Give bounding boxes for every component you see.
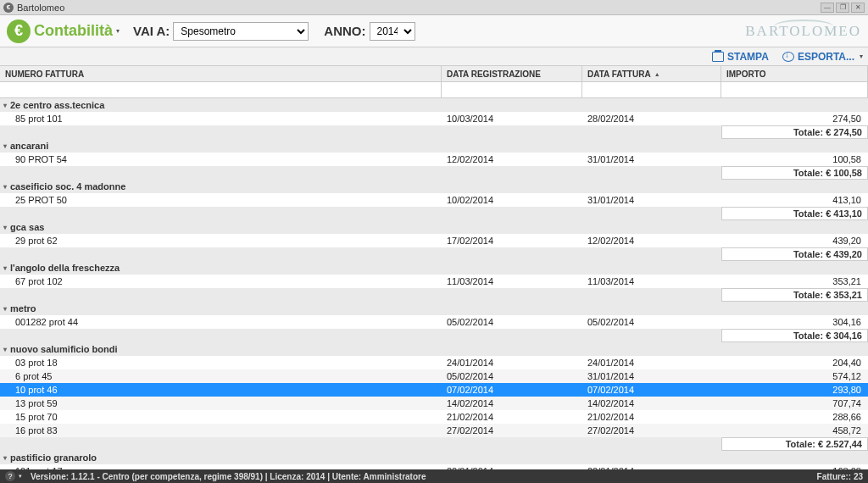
section-dropdown-icon[interactable]: ▾ xyxy=(116,27,120,35)
col-data-fat[interactable]: DATA FATTURA xyxy=(582,66,721,81)
cell-data-fat: 31/01/2014 xyxy=(582,154,721,164)
print-label: STAMPA xyxy=(727,51,769,63)
table-row[interactable]: 6 prot 4505/02/201431/01/2014574,12 xyxy=(0,369,868,383)
group-header[interactable]: ▾ancarani xyxy=(0,139,868,153)
group-total: Totale: € 413,10 xyxy=(721,207,868,220)
cell-importo: 288,66 xyxy=(721,412,868,422)
export-button[interactable]: ESPORTA... xyxy=(782,51,854,63)
cell-numero: 13 prot 59 xyxy=(0,398,442,408)
export-label: ESPORTA... xyxy=(798,51,854,63)
cell-data-reg: 17/02/2014 xyxy=(442,236,582,246)
group-total-row: Totale: € 100,58 xyxy=(0,166,868,180)
print-icon xyxy=(712,52,724,62)
col-data-reg[interactable]: DATA REGISTRAZIONE xyxy=(442,66,582,81)
filter-data-fat[interactable] xyxy=(582,82,721,97)
group-total-row: Totale: € 2.527,44 xyxy=(0,437,868,451)
goto-label: VAI A: xyxy=(133,24,170,38)
section-title: Contabilità xyxy=(34,22,113,40)
cell-numero: 03 prot 18 xyxy=(0,358,442,368)
cell-data-reg: 24/01/2014 xyxy=(442,358,582,368)
maximize-button[interactable]: ❐ xyxy=(836,3,849,13)
group-total: Totale: € 304,16 xyxy=(721,329,868,342)
cell-data-reg: 05/02/2014 xyxy=(442,371,582,381)
table-row[interactable]: 85 prot 10110/03/201428/02/2014274,50 xyxy=(0,112,868,125)
collapse-icon[interactable]: ▾ xyxy=(3,142,7,150)
cell-data-fat: 07/02/2014 xyxy=(582,385,721,395)
goto-select[interactable]: Spesometro xyxy=(173,22,309,41)
filter-importo[interactable] xyxy=(721,82,868,97)
filter-numero[interactable] xyxy=(0,82,442,97)
year-label: ANNO: xyxy=(324,24,365,38)
group-header[interactable]: ▾2e centro ass.tecnica xyxy=(0,98,868,112)
group-header[interactable]: ▾nuovo salumificio bondi xyxy=(0,342,868,356)
cell-numero: 15 prot 70 xyxy=(0,412,442,422)
cell-importo: 439,20 xyxy=(721,236,868,246)
cell-numero: 6 prot 45 xyxy=(0,371,442,381)
cell-data-fat: 14/02/2014 xyxy=(582,398,721,408)
table-row[interactable]: 03 prot 1824/01/201424/01/2014204,40 xyxy=(0,356,868,369)
group-header[interactable]: ▾gca sas xyxy=(0,220,868,234)
action-bar: STAMPA ESPORTA... ▾ xyxy=(0,47,868,66)
collapse-icon[interactable]: ▾ xyxy=(3,224,7,231)
table-row[interactable]: 16 prot 8327/02/201427/02/2014458,72 xyxy=(0,424,868,437)
cell-data-reg: 10/02/2014 xyxy=(442,195,582,205)
cell-data-reg: 05/02/2014 xyxy=(442,317,582,327)
group-header[interactable]: ▾caseificio soc. 4 madonne xyxy=(0,180,868,193)
col-importo[interactable]: IMPORTO xyxy=(721,66,868,81)
group-header[interactable]: ▾metro xyxy=(0,302,868,315)
col-numero[interactable]: NUMERO FATTURA xyxy=(0,66,442,81)
cell-data-fat: 28/02/2014 xyxy=(582,114,721,124)
cell-importo: 574,12 xyxy=(721,371,868,381)
table-row[interactable]: 10 prot 4607/02/201407/02/2014293,80 xyxy=(0,383,868,397)
export-dropdown-icon[interactable]: ▾ xyxy=(860,53,863,60)
collapse-icon[interactable]: ▾ xyxy=(3,346,7,353)
table-row[interactable]: 90 PROT 5412/02/201431/01/2014100,58 xyxy=(0,153,868,166)
table-row[interactable]: 13 prot 5914/02/201414/02/2014707,74 xyxy=(0,397,868,410)
cell-data-reg: 14/02/2014 xyxy=(442,398,582,408)
group-header[interactable]: ▾pastificio granarolo xyxy=(0,451,868,464)
cell-data-reg: 27/02/2014 xyxy=(442,425,582,436)
cell-importo: 100,58 xyxy=(721,154,868,164)
filter-row xyxy=(0,82,868,98)
table-row[interactable]: 29 prot 6217/02/201412/02/2014439,20 xyxy=(0,234,868,247)
close-button[interactable]: ✕ xyxy=(851,3,865,13)
help-icon[interactable]: ? xyxy=(5,471,15,481)
cell-numero: 90 PROT 54 xyxy=(0,154,442,164)
year-select[interactable]: 2014 xyxy=(370,22,415,41)
cell-importo: 274,50 xyxy=(721,114,868,124)
window-title: Bartolomeo xyxy=(17,3,821,13)
group-total-row: Totale: € 439,20 xyxy=(0,247,868,261)
collapse-icon[interactable]: ▾ xyxy=(3,264,7,272)
group-total: Totale: € 274,50 xyxy=(721,125,868,139)
collapse-icon[interactable]: ▾ xyxy=(3,183,7,191)
print-button[interactable]: STAMPA xyxy=(712,51,769,63)
group-total: Totale: € 439,20 xyxy=(721,247,868,261)
cell-data-fat: 21/02/2014 xyxy=(582,412,721,422)
euro-logo-icon: € xyxy=(7,19,31,43)
group-total-row: Totale: € 304,16 xyxy=(0,329,868,342)
cell-data-fat: 24/01/2014 xyxy=(582,358,721,368)
status-caret-icon[interactable]: ▾ xyxy=(19,473,22,480)
group-header[interactable]: ▾l'angolo della freschezza xyxy=(0,261,868,275)
table-row[interactable]: 15 prot 7021/02/201421/02/2014288,66 xyxy=(0,410,868,424)
cell-importo: 293,80 xyxy=(721,385,868,395)
collapse-icon[interactable]: ▾ xyxy=(3,454,7,462)
collapse-icon[interactable]: ▾ xyxy=(3,305,7,313)
table-row[interactable]: 67 prot 10211/03/201411/03/2014353,21 xyxy=(0,275,868,288)
table-row[interactable]: 001282 prot 4405/02/201405/02/2014304,16 xyxy=(0,315,868,329)
table-row[interactable]: 25 PROT 5010/02/201431/01/2014413,10 xyxy=(0,193,868,207)
group-total: Totale: € 2.527,44 xyxy=(721,437,868,451)
group-total-row: Totale: € 413,10 xyxy=(0,207,868,220)
collapse-icon[interactable]: ▾ xyxy=(3,102,7,109)
minimize-button[interactable]: — xyxy=(821,3,834,13)
table-body[interactable]: ▾2e centro ass.tecnica85 prot 10110/03/2… xyxy=(0,98,868,483)
cell-numero: 85 prot 101 xyxy=(0,114,442,124)
group-total: Totale: € 100,58 xyxy=(721,166,868,180)
filter-data-reg[interactable] xyxy=(442,82,582,97)
cell-importo: 458,72 xyxy=(721,425,868,436)
status-right: Fatture:: 23 xyxy=(817,472,863,481)
status-left: Versione: 1.12.1 - Centro (per competenz… xyxy=(31,472,426,481)
cell-data-reg: 21/02/2014 xyxy=(442,412,582,422)
group-total: Totale: € 353,21 xyxy=(721,288,868,302)
cell-importo: 304,16 xyxy=(721,317,868,327)
